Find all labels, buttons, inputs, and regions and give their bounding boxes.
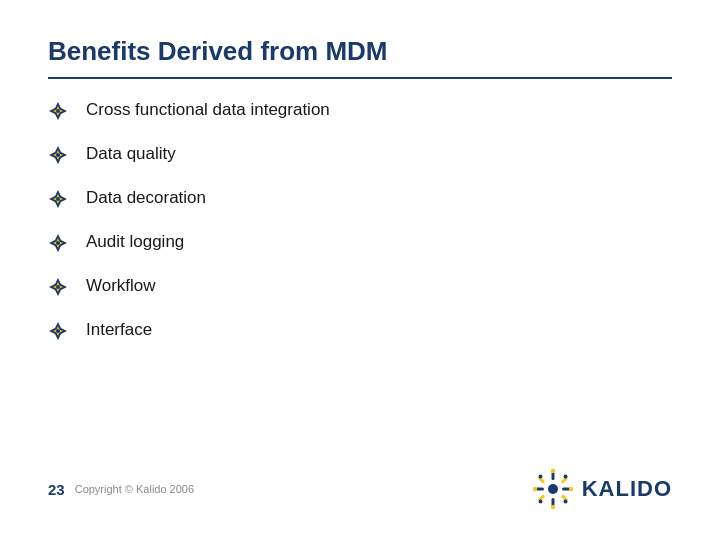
svg-rect-20 xyxy=(551,498,554,506)
bullet-text: Cross functional data integration xyxy=(86,99,330,121)
bullet-diamond-icon xyxy=(48,277,68,301)
bullet-text: Audit logging xyxy=(86,231,184,253)
bullet-diamond-icon xyxy=(48,321,68,345)
svg-point-2 xyxy=(56,109,60,113)
svg-point-27 xyxy=(550,469,554,473)
svg-point-5 xyxy=(56,153,60,157)
slide-footer: 23 Copyright © Kalido 2006 xyxy=(48,458,672,510)
kalido-logo-text: KALIDO xyxy=(582,476,672,502)
svg-point-29 xyxy=(532,487,536,491)
bullet-item: Workflow xyxy=(48,275,672,301)
slide: Benefits Derived from MDM Cross function… xyxy=(0,0,720,540)
footer-left: 23 Copyright © Kalido 2006 xyxy=(48,481,194,498)
bullet-diamond-icon xyxy=(48,101,68,125)
bullet-diamond-icon xyxy=(48,145,68,169)
bullet-diamond-icon xyxy=(48,189,68,213)
kalido-logo-icon xyxy=(532,468,574,510)
page-number: 23 xyxy=(48,481,65,498)
svg-point-14 xyxy=(56,285,60,289)
svg-point-34 xyxy=(563,500,567,504)
svg-point-8 xyxy=(56,197,60,201)
bullet-text: Data decoration xyxy=(86,187,206,209)
bullet-item: Cross functional data integration xyxy=(48,99,672,125)
slide-title: Benefits Derived from MDM xyxy=(48,36,672,79)
bullet-text: Interface xyxy=(86,319,152,341)
bullet-item: Data decoration xyxy=(48,187,672,213)
svg-point-17 xyxy=(56,329,60,333)
svg-point-32 xyxy=(563,475,567,479)
svg-point-18 xyxy=(548,484,558,494)
kalido-logo: KALIDO xyxy=(532,468,672,510)
bullet-item: Interface xyxy=(48,319,672,345)
svg-point-33 xyxy=(538,500,542,504)
svg-rect-19 xyxy=(551,472,554,480)
svg-point-30 xyxy=(568,487,572,491)
svg-point-28 xyxy=(550,505,554,509)
bullet-list: Cross functional data integration Data q… xyxy=(48,99,672,458)
bullet-diamond-icon xyxy=(48,233,68,257)
bullet-text: Workflow xyxy=(86,275,156,297)
svg-point-31 xyxy=(538,475,542,479)
bullet-item: Data quality xyxy=(48,143,672,169)
bullet-text: Data quality xyxy=(86,143,176,165)
svg-rect-22 xyxy=(562,488,570,491)
svg-point-11 xyxy=(56,241,60,245)
bullet-item: Audit logging xyxy=(48,231,672,257)
copyright: Copyright © Kalido 2006 xyxy=(75,483,194,495)
svg-rect-21 xyxy=(536,488,544,491)
